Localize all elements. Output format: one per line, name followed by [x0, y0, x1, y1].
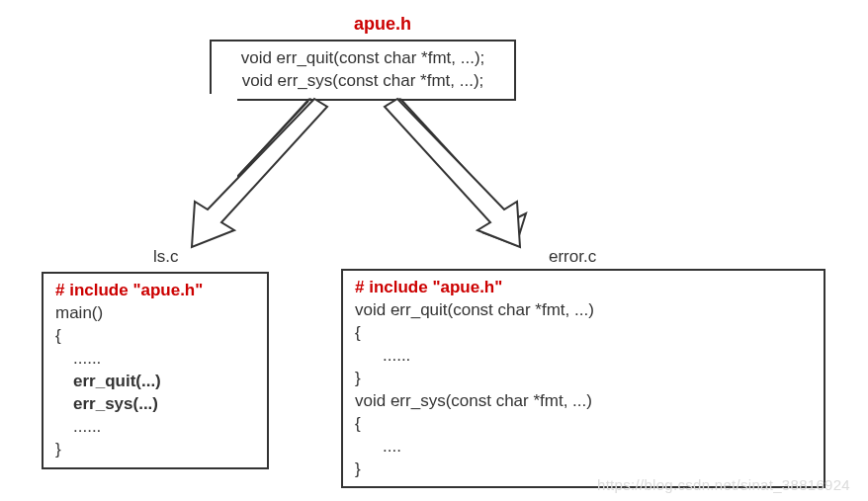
header-file-title: apue.h [354, 14, 411, 35]
arrow-to-error-c [385, 99, 520, 247]
header-declarations-box: void err_quit(const char *fmt, ...); voi… [210, 40, 516, 101]
error-err-sys-decl: void err_sys(const char *fmt, ...) [355, 390, 812, 413]
ls-dots1: ...... [55, 348, 255, 371]
ls-brace-close: } [55, 439, 255, 461]
error-include: # include "apue.h" [355, 277, 812, 299]
decl-err-quit: void err_quit(const char *fmt, ...); [223, 47, 502, 70]
ls-call-err-sys: err_sys(...) [55, 393, 255, 416]
error-c-box: # include "apue.h" void err_quit(const c… [341, 269, 825, 488]
arrow-right-clean [387, 99, 526, 245]
ls-c-box: # include "apue.h" main() { ...... err_q… [42, 272, 269, 469]
decl-err-sys: void err_sys(const char *fmt, ...); [223, 70, 502, 93]
cleanup-patch [158, 94, 237, 252]
ls-brace-open: { [55, 325, 255, 348]
error-s-dots: .... [355, 436, 812, 459]
error-s-brace-open: { [355, 413, 812, 436]
error-filename-label: error.c [549, 247, 596, 267]
error-err-quit-decl: void err_quit(const char *fmt, ...) [355, 299, 812, 322]
ls-main: main() [55, 302, 255, 325]
watermark: https://blog.csdn.net/sinat_38816924 [597, 476, 850, 493]
ls-include: # include "apue.h" [55, 280, 255, 302]
error-q-brace-open: { [355, 322, 812, 345]
ls-call-err-quit: err_quit(...) [55, 371, 255, 393]
error-q-brace-close: } [355, 368, 812, 390]
error-q-dots: ...... [355, 345, 812, 368]
ls-filename-label: ls.c [153, 247, 179, 267]
ls-dots2: ...... [55, 416, 255, 439]
